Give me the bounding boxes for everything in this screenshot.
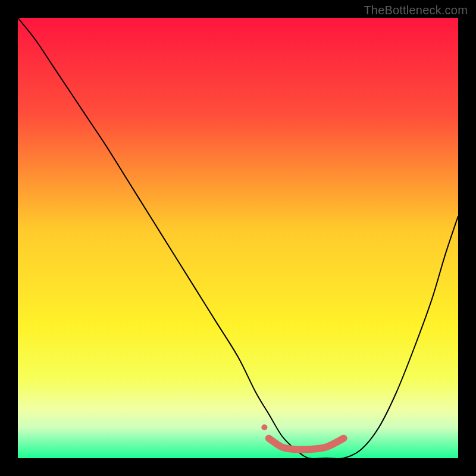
chart-frame: TheBottleneck.com xyxy=(0,0,476,476)
bottleneck-curve xyxy=(18,18,458,458)
marker-dot xyxy=(261,424,267,430)
optimal-region xyxy=(269,439,344,450)
plot-area xyxy=(18,18,458,458)
curve-overlay xyxy=(18,18,458,458)
watermark-text: TheBottleneck.com xyxy=(364,4,468,17)
